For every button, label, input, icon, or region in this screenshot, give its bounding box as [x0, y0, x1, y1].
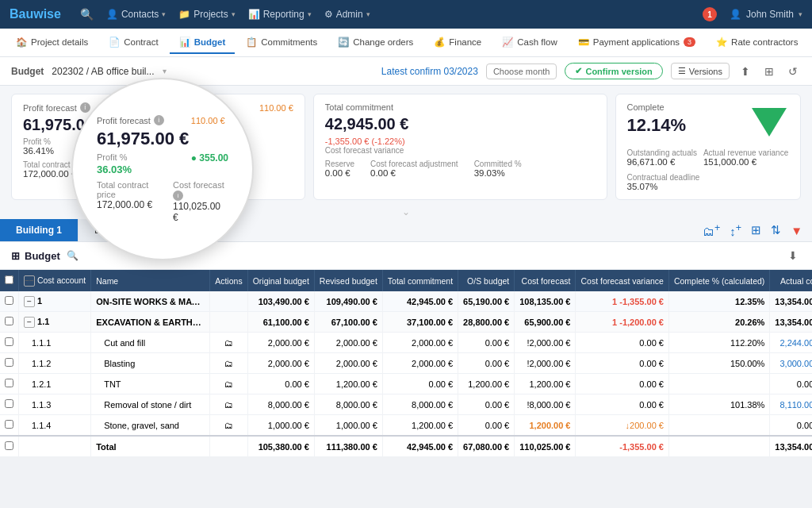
row-account: 1.1.3 — [19, 394, 91, 415]
row-account: − 1.1 — [19, 312, 91, 333]
row-actions[interactable]: 🗂 — [210, 353, 247, 374]
grid-icon: ⊞ — [11, 250, 20, 262]
reporting-icon: 📊 — [248, 9, 260, 20]
row-os-budget: 0.00 € — [458, 415, 515, 437]
nav-reporting[interactable]: 📊 Reporting ▾ — [248, 9, 312, 20]
versions-button[interactable]: ☰ Versions — [671, 63, 730, 79]
profit-orange-val: 110.00 € — [259, 103, 293, 113]
tab-project-details[interactable]: 🏠 Project details — [6, 32, 98, 54]
summary-area: Profit forecast i 110.00 € 61,975.00 € P… — [0, 86, 812, 205]
export-button[interactable]: ⬇ — [785, 248, 801, 264]
row-revised-budget: 111,380.00 € — [314, 436, 382, 457]
row-total-commitment: 2,000.00 € — [382, 333, 458, 353]
collapse-icon[interactable]: − — [24, 296, 35, 307]
row-actual-cost: 0.00 € — [770, 415, 812, 437]
complete-pct: 12.14% — [627, 115, 687, 136]
row-original-budget: 0.00 € — [247, 374, 314, 394]
col-name: Name — [91, 270, 210, 291]
row-actual-cost: 0.00 € — [770, 374, 812, 394]
sort-button[interactable]: ⇅ — [769, 221, 783, 239]
row-name: Removal of stone / dirt — [91, 394, 210, 415]
row-checkbox-cell[interactable] — [0, 415, 19, 437]
row-complete-pct: 20.26% — [668, 312, 769, 333]
table-layout-button[interactable]: ⊞ — [749, 221, 763, 239]
row-name: Blasting — [91, 353, 210, 374]
user-menu[interactable]: 👤 John Smith ▾ — [730, 9, 802, 20]
row-actions[interactable]: 🗂 — [210, 415, 247, 437]
row-checkbox-cell[interactable] — [0, 312, 19, 333]
row-checkbox-cell[interactable] — [0, 436, 19, 457]
select-all-checkbox[interactable] — [5, 275, 13, 285]
row-name: TNT — [91, 374, 210, 394]
outstanding-value: 96,671.00 € — [627, 157, 697, 167]
row-original-budget: 8,000.00 € — [247, 394, 314, 415]
row-total-commitment: 1,200.00 € — [382, 415, 458, 437]
row-os-budget: 67,080.00 € — [458, 436, 515, 457]
reserve-label: Reserve — [325, 160, 354, 168]
tab-rate-contractors[interactable]: ⭐ Rate contractors — [707, 32, 807, 54]
budget-table-body: − 1 ON-SITE WORKS & MATERIALS 103,490.00… — [0, 291, 812, 457]
row-checkbox-cell[interactable] — [0, 353, 19, 374]
contacts-icon: 👤 — [106, 9, 118, 20]
profit-info-icon: i — [80, 102, 90, 113]
search-budget-icon[interactable]: 🔍 — [67, 250, 79, 261]
breadcrumb-budget-label: Budget — [11, 66, 44, 77]
tab-contract[interactable]: 📄 Contract — [99, 32, 167, 54]
tab-payment-applications[interactable]: 💳 Payment applications 3 — [569, 32, 705, 54]
profit-forecast-label: Profit forecast — [23, 103, 77, 113]
commitment-label: Total commitment — [325, 102, 393, 112]
row-original-budget: 61,100.00 € — [247, 312, 314, 333]
mag-profit-pct-label: Profit % — [97, 152, 128, 162]
row-revised-budget: 2,000.00 € — [314, 353, 382, 374]
budget-section-title: ⊞ Budget — [11, 250, 60, 262]
row-actions[interactable] — [210, 436, 247, 457]
row-checkbox-cell[interactable] — [0, 394, 19, 415]
row-revised-budget: 1,000.00 € — [314, 415, 382, 437]
refresh-button[interactable]: ↺ — [785, 64, 801, 79]
tab-finance[interactable]: 💰 Finance — [424, 32, 491, 54]
row-complete-pct: 112.20% — [668, 333, 769, 353]
building-tabs-actions: 🗂+ ↕+ ⊞ ⇅ ▼ — [701, 221, 812, 240]
row-cf-variance: 0.00 € — [576, 394, 668, 415]
cf-variance-label: Cost forecast variance — [325, 146, 596, 155]
confirm-version-button[interactable]: ✔ Confirm version — [565, 63, 662, 79]
row-checkbox-cell[interactable] — [0, 333, 19, 353]
complete-label: Complete — [627, 102, 687, 112]
row-actions[interactable]: 🗂 — [210, 394, 247, 415]
tab-cash-flow[interactable]: 📈 Cash flow — [492, 32, 567, 54]
notification-bell[interactable]: 1 — [703, 7, 717, 21]
row-actions[interactable]: 🗂 — [210, 374, 247, 394]
row-checkbox-cell[interactable] — [0, 374, 19, 394]
tab-commitments[interactable]: 📋 Commitments — [236, 32, 327, 54]
grid-view-button[interactable]: ⊞ — [761, 64, 777, 79]
tab-budget[interactable]: 📊 Budget — [170, 32, 236, 54]
add-row-button[interactable]: ↕+ — [728, 221, 743, 240]
row-actual-cost: 13,354.00 € — [770, 312, 812, 333]
search-icon[interactable]: 🔍 — [80, 8, 94, 21]
cf-variance: -1,355.00 € (-1.22%) — [325, 137, 596, 146]
add-folder-button[interactable]: 🗂+ — [701, 221, 722, 240]
budget-section: ⊞ Budget 🔍 ⬇ −− Cost account Name Action… — [0, 242, 812, 457]
outstanding-label: Outstanding actuals — [627, 148, 697, 157]
nav-admin[interactable]: ⚙ Admin ▾ — [324, 9, 370, 20]
breadcrumb-path: 202302 / AB office buil... — [52, 66, 154, 77]
tab-change-orders[interactable]: 🔄 Change orders — [328, 32, 423, 54]
filter-button[interactable]: ▼ — [789, 222, 804, 239]
latest-confirm-link[interactable]: Latest confirm 03/2023 — [381, 66, 478, 77]
nav-contacts[interactable]: 👤 Contacts ▾ — [106, 9, 166, 20]
collapse-icon[interactable]: − — [24, 317, 35, 328]
budget-table: −− Cost account Name Actions Original bu… — [0, 270, 812, 457]
row-actual-cost: 13,354.00 € — [770, 291, 812, 312]
row-checkbox-cell[interactable] — [0, 291, 19, 312]
nav-projects[interactable]: 📁 Projects ▾ — [178, 9, 235, 20]
choose-month-button[interactable]: Choose month — [486, 64, 557, 79]
row-actions[interactable]: 🗂 — [210, 333, 247, 353]
row-actions[interactable] — [210, 291, 247, 312]
upload-button[interactable]: ⬆ — [737, 64, 753, 79]
collapse-all-icon[interactable]: −− — [24, 275, 35, 287]
building-tab-1[interactable]: Building 1 — [0, 219, 79, 241]
committed-pct-value: 39.03% — [474, 168, 522, 178]
deadline-value: 35.07% — [627, 182, 700, 191]
row-name: EXCAVATION & EARTHWORK — [91, 312, 210, 333]
row-actions[interactable] — [210, 312, 247, 333]
